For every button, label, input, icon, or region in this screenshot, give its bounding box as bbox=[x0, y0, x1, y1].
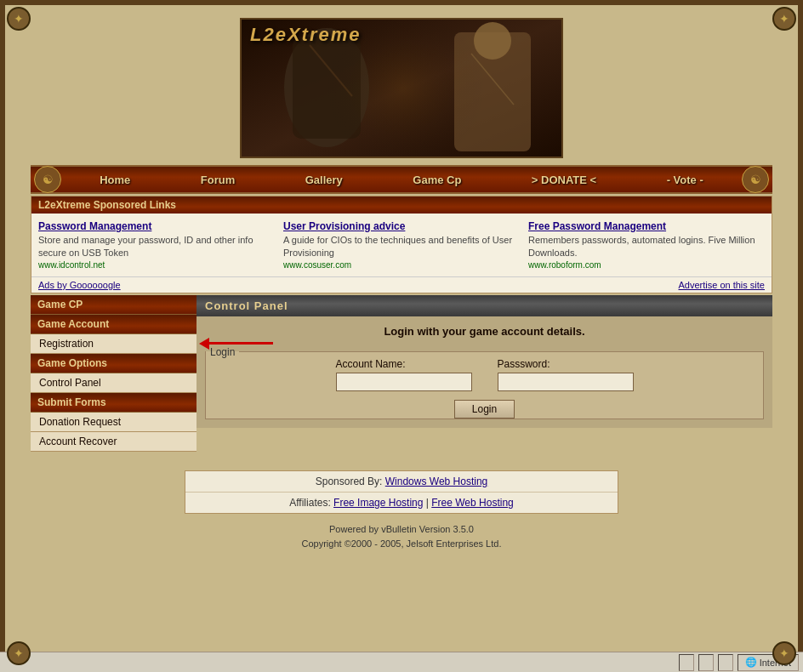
login-button[interactable]: Login bbox=[454, 400, 515, 419]
password-group: Passsword: bbox=[498, 358, 634, 391]
nav-icon-right: ☯ bbox=[742, 166, 769, 193]
sponsored-item-2: User Provisioning advice A guide for CIO… bbox=[283, 220, 520, 270]
cp-title: Login with your game account details. bbox=[205, 325, 764, 338]
corner-tr: ✦ bbox=[772, 7, 796, 31]
footer-sponsored-box: Sponsored By: Windows Web Hosting Affili… bbox=[185, 470, 618, 514]
sponsored-url-3: www.roboform.com bbox=[528, 260, 765, 270]
nav-links: Home Forum Gallery Game Cp > DONATE < - … bbox=[65, 170, 738, 190]
sponsored-desc-2: A guide for CIOs to the techniques and b… bbox=[283, 234, 520, 260]
status-bar: 🌐 Internet bbox=[0, 652, 803, 672]
sidebar-item-recover[interactable]: Account Recover bbox=[31, 432, 196, 452]
banner-text: L2eXtreme bbox=[250, 24, 362, 46]
status-segment-2 bbox=[698, 654, 714, 671]
status-segment-3 bbox=[718, 654, 733, 671]
nav-gallery[interactable]: Gallery bbox=[299, 170, 350, 190]
windows-hosting-link[interactable]: Windows Web Hosting bbox=[385, 476, 488, 487]
footer-powered: Powered by vBulletin Version 3.5.0 Copyr… bbox=[31, 522, 772, 552]
sidebar-header-options: Game Options bbox=[31, 354, 196, 373]
sponsored-by-label: Sponsored By: bbox=[316, 476, 383, 487]
nav-right-symbol: ☯ bbox=[750, 173, 761, 186]
login-fieldset: Login Account Name: Passsword: bbox=[205, 346, 764, 419]
sidebar: Game CP Game Account Registration Game O… bbox=[31, 295, 196, 452]
internet-icon: 🌐 bbox=[745, 657, 757, 668]
sidebar-header-account: Game Account bbox=[31, 315, 196, 334]
powered-line1: Powered by vBulletin Version 3.5.0 bbox=[31, 522, 772, 538]
main-area: Game CP Game Account Registration Game O… bbox=[31, 295, 772, 452]
nav-vote[interactable]: - Vote - bbox=[660, 170, 710, 190]
advertise-link[interactable]: Advertise on this site bbox=[679, 280, 766, 290]
sponsored-desc-1: Store and manage your password, ID and o… bbox=[38, 234, 275, 260]
sponsored-desc-3: Remembers passwords, automated logins. F… bbox=[528, 234, 765, 260]
sponsored-link-3[interactable]: Free Password Management bbox=[528, 220, 666, 232]
nav-donate[interactable]: > DONATE < bbox=[525, 170, 603, 190]
corner-br: ✦ bbox=[772, 641, 796, 665]
sponsored-item-3: Free Password Management Remembers passw… bbox=[528, 220, 765, 270]
banner-image: L2eXtreme bbox=[240, 18, 563, 158]
nav-gamecp[interactable]: Game Cp bbox=[406, 170, 468, 190]
sidebar-item-controlpanel[interactable]: Control Panel bbox=[31, 373, 196, 393]
cp-header: Control Panel bbox=[196, 295, 772, 316]
corner-tl: ✦ bbox=[7, 7, 31, 31]
nav-bar: ☯ Home Forum Gallery Game Cp > DONATE < … bbox=[31, 165, 772, 194]
controlpanel-link[interactable]: Control Panel bbox=[39, 377, 101, 389]
login-legend: Login bbox=[206, 346, 239, 358]
recover-link[interactable]: Account Recover bbox=[39, 436, 117, 447]
ads-by-link[interactable]: Ads by Goooooogle bbox=[38, 280, 121, 290]
nav-home[interactable]: Home bbox=[93, 170, 137, 190]
outer-frame: ✦ ✦ ✦ ✦ L2eXtreme bbox=[0, 0, 803, 672]
image-hosting-link[interactable]: Free Image Hosting bbox=[333, 497, 423, 509]
sponsored-link-1[interactable]: Password Management bbox=[38, 220, 151, 232]
sidebar-header-forms: Submit Forms bbox=[31, 393, 196, 413]
affiliates-label: Affiliates: bbox=[289, 497, 330, 509]
registration-link[interactable]: Registration bbox=[39, 338, 94, 350]
nav-left-symbol: ☯ bbox=[43, 173, 54, 186]
password-input[interactable] bbox=[498, 373, 634, 391]
corner-bl: ✦ bbox=[7, 641, 31, 665]
control-panel: Control Panel Login with your game accou… bbox=[196, 295, 772, 452]
sidebar-header-gamecp: Game CP bbox=[31, 295, 196, 315]
sponsored-header: L2eXtreme Sponsored Links bbox=[31, 196, 772, 214]
cp-content: Login with your game account details. Lo… bbox=[196, 316, 772, 428]
form-fields-row: Account Name: Passsword: bbox=[336, 358, 634, 391]
account-label: Account Name: bbox=[336, 358, 406, 370]
sponsored-item-1: Password Management Store and manage you… bbox=[38, 220, 275, 270]
powered-line2: Copyright ©2000 - 2005, Jelsoft Enterpri… bbox=[31, 537, 772, 552]
sidebar-item-donation[interactable]: Donation Request bbox=[31, 413, 196, 432]
web-hosting-link[interactable]: Free Web Hosting bbox=[431, 497, 514, 509]
sponsored-content: Password Management Store and manage you… bbox=[31, 214, 772, 276]
sponsored-url-2: www.cosuser.com bbox=[283, 260, 520, 270]
donation-link[interactable]: Donation Request bbox=[39, 416, 121, 428]
footer-area: Sponsored By: Windows Web Hosting Affili… bbox=[31, 453, 772, 561]
inner-content: L2eXtreme bbox=[31, 14, 772, 561]
sponsored-url-1: www.idcontrol.net bbox=[38, 260, 275, 270]
password-label: Passsword: bbox=[498, 358, 550, 370]
sidebar-item-registration[interactable]: Registration bbox=[31, 334, 196, 354]
sponsored-link-2[interactable]: User Provisioning advice bbox=[283, 220, 405, 232]
login-form: Account Name: Passsword: Login bbox=[206, 358, 763, 419]
account-group: Account Name: bbox=[336, 358, 472, 391]
account-input[interactable] bbox=[336, 373, 472, 391]
footer-sponsored-row2: Affiliates: Free Image Hosting | Free We… bbox=[185, 493, 618, 513]
footer-sponsored-row1: Sponsored By: Windows Web Hosting bbox=[185, 471, 618, 493]
banner-area: L2eXtreme bbox=[31, 14, 772, 165]
status-segment-1 bbox=[679, 654, 694, 671]
nav-forum[interactable]: Forum bbox=[194, 170, 242, 190]
nav-icon-left: ☯ bbox=[34, 166, 61, 193]
sponsored-section: L2eXtreme Sponsored Links Password Manag… bbox=[31, 196, 772, 293]
sponsored-footer: Ads by Goooooogle Advertise on this site bbox=[31, 276, 772, 293]
